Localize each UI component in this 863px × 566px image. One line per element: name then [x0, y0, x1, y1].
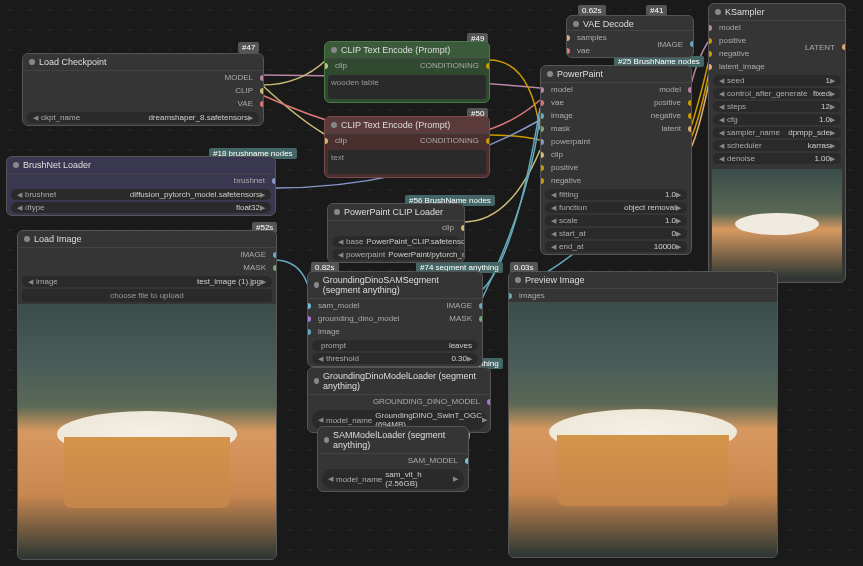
output-latent[interactable]: latent [645, 122, 691, 135]
input-positive[interactable]: positive [709, 34, 799, 47]
widget-steps[interactable]: ◀steps12▶ [713, 101, 841, 112]
input-powerpaint[interactable]: powerpaint [541, 135, 645, 148]
input-vae[interactable]: vae [541, 96, 645, 109]
widget-image[interactable]: ◀imagetest_image (1).jpg▶ [22, 276, 272, 287]
prompt-text[interactable]: text [328, 150, 486, 174]
widget-scale[interactable]: ◀scale1.0▶ [545, 215, 687, 226]
input-image[interactable]: image [541, 109, 645, 122]
node-title[interactable]: PowerPaint CLIP Loader [328, 204, 464, 221]
output-latent[interactable]: LATENT [799, 21, 845, 73]
output-mask[interactable]: MASK [18, 261, 276, 274]
widget-scheduler[interactable]: ◀schedulerkarras▶ [713, 140, 841, 151]
widget-model-name[interactable]: ◀model_namesam_vit_h (2.56GB)▶ [322, 469, 464, 489]
input-model[interactable]: model [541, 83, 645, 96]
output-model[interactable]: model [645, 83, 691, 96]
upload-button[interactable]: choose file to upload [22, 289, 272, 302]
widget-ckpt-name[interactable]: ◀ckpt_namedreamshaper_8.safetensors▶ [27, 112, 259, 123]
node-title[interactable]: KSampler [709, 4, 845, 21]
output-vae[interactable]: VAE [23, 97, 263, 110]
input-grounding-dino[interactable]: grounding_dino_model [308, 312, 440, 325]
input-vae[interactable]: vae [567, 44, 613, 57]
input-images[interactable]: images [509, 289, 777, 302]
prompt-text[interactable]: wooden table [328, 75, 486, 99]
node-powerpaint[interactable]: PowerPaint model vae image mask powerpai… [540, 65, 692, 255]
input-clip[interactable]: clip [325, 134, 353, 147]
node-brushnet-loader[interactable]: BrushNet Loader brushnet ◀brushnetdiffus… [6, 156, 276, 216]
widget-prompt[interactable]: promptleaves [312, 340, 478, 351]
widget-powerpaint[interactable]: ◀powerpaintPowerPaint/pytorch_model.bin▶ [332, 249, 460, 260]
output-grounding-dino-model[interactable]: GROUNDING_DINO_MODEL [308, 395, 490, 408]
image-preview [509, 302, 777, 557]
output-conditioning[interactable]: CONDITIONING [414, 134, 489, 147]
output-negative[interactable]: negative [645, 109, 691, 122]
input-clip[interactable]: clip [541, 148, 645, 161]
widget-base[interactable]: ◀basePowerPaint_CLIP.safetensors▶ [332, 236, 460, 247]
output-image[interactable]: IMAGE [18, 248, 276, 261]
node-title[interactable]: GroundingDinoSAMSegment (segment anythin… [308, 272, 482, 299]
node-clip-encode-positive[interactable]: CLIP Text Encode (Prompt) clip CONDITION… [324, 41, 490, 103]
output-conditioning[interactable]: CONDITIONING [414, 59, 489, 72]
badge: #47 [238, 42, 259, 53]
widget-cfg[interactable]: ◀cfg1.0▶ [713, 114, 841, 125]
image-preview [18, 304, 276, 559]
node-title[interactable]: Load Image [18, 231, 276, 248]
output-positive[interactable]: positive [645, 96, 691, 109]
widget-fitting[interactable]: ◀fitting1.0▶ [545, 189, 687, 200]
output-image[interactable]: IMAGE [440, 299, 482, 312]
output-sam-model[interactable]: SAM_MODEL [318, 454, 468, 467]
node-sam-model-loader[interactable]: SAMModelLoader (segment anything) SAM_MO… [317, 426, 469, 492]
node-load-image[interactable]: Load Image IMAGE MASK ◀imagetest_image (… [17, 230, 277, 560]
input-sam-model[interactable]: sam_model [308, 299, 440, 312]
widget-function[interactable]: ◀functionobject removal▶ [545, 202, 687, 213]
preview-thumbnail [712, 169, 842, 279]
node-preview-image[interactable]: Preview Image images [508, 271, 778, 558]
input-latent[interactable]: latent_image [709, 60, 799, 73]
input-samples[interactable]: samples [567, 31, 613, 44]
output-mask[interactable]: MASK [440, 312, 482, 325]
widget-denoise[interactable]: ◀denoise1.00▶ [713, 153, 841, 164]
input-model[interactable]: model [709, 21, 799, 34]
output-clip[interactable]: CLIP [23, 84, 263, 97]
node-powerpaint-clip-loader[interactable]: PowerPaint CLIP Loader clip ◀basePowerPa… [327, 203, 465, 263]
output-clip[interactable]: clip [328, 221, 464, 234]
widget-dtype[interactable]: ◀dtypefloat32▶ [11, 202, 271, 213]
widget-seed[interactable]: ◀seed1▶ [713, 75, 841, 86]
node-vae-decode[interactable]: VAE Decode samples vae IMAGE [566, 15, 694, 58]
node-grounding-dino-sam-segment[interactable]: GroundingDinoSAMSegment (segment anythin… [307, 271, 483, 367]
node-title[interactable]: VAE Decode [567, 16, 693, 31]
node-title[interactable]: CLIP Text Encode (Prompt) [325, 42, 489, 59]
node-title[interactable]: CLIP Text Encode (Prompt) [325, 117, 489, 134]
widget-sampler-name[interactable]: ◀sampler_namedpmpp_sde▶ [713, 127, 841, 138]
node-title[interactable]: BrushNet Loader [7, 157, 275, 174]
node-title[interactable]: GroundingDinoModelLoader (segment anythi… [308, 368, 490, 395]
input-negative[interactable]: negative [541, 174, 645, 187]
node-title[interactable]: Load Checkpoint [23, 54, 263, 71]
node-ksampler[interactable]: KSampler model positive negative latent_… [708, 3, 846, 283]
output-brushnet[interactable]: brushnet [7, 174, 275, 187]
widget-start-at[interactable]: ◀start_at0▶ [545, 228, 687, 239]
widget-end-at[interactable]: ◀end_at10000▶ [545, 241, 687, 252]
widget-brushnet[interactable]: ◀brushnetdiffusion_pytorch_model.safeten… [11, 189, 271, 200]
widget-control-after-generate[interactable]: ◀control_after_generatefixed▶ [713, 88, 841, 99]
node-clip-encode-negative[interactable]: CLIP Text Encode (Prompt) clip CONDITION… [324, 116, 490, 178]
input-positive[interactable]: positive [541, 161, 645, 174]
node-title[interactable]: PowerPaint [541, 66, 691, 83]
input-negative[interactable]: negative [709, 47, 799, 60]
node-load-checkpoint[interactable]: Load Checkpoint MODEL CLIP VAE ◀ckpt_nam… [22, 53, 264, 126]
widget-threshold[interactable]: ◀threshold0.30▶ [312, 353, 478, 364]
input-mask[interactable]: mask [541, 122, 645, 135]
node-title[interactable]: Preview Image [509, 272, 777, 289]
input-clip[interactable]: clip [325, 59, 353, 72]
output-image[interactable]: IMAGE [651, 31, 693, 57]
node-title[interactable]: SAMModelLoader (segment anything) [318, 427, 468, 454]
node-grounding-dino-loader[interactable]: GroundingDinoModelLoader (segment anythi… [307, 367, 491, 433]
output-model[interactable]: MODEL [23, 71, 263, 84]
input-image[interactable]: image [308, 325, 440, 338]
